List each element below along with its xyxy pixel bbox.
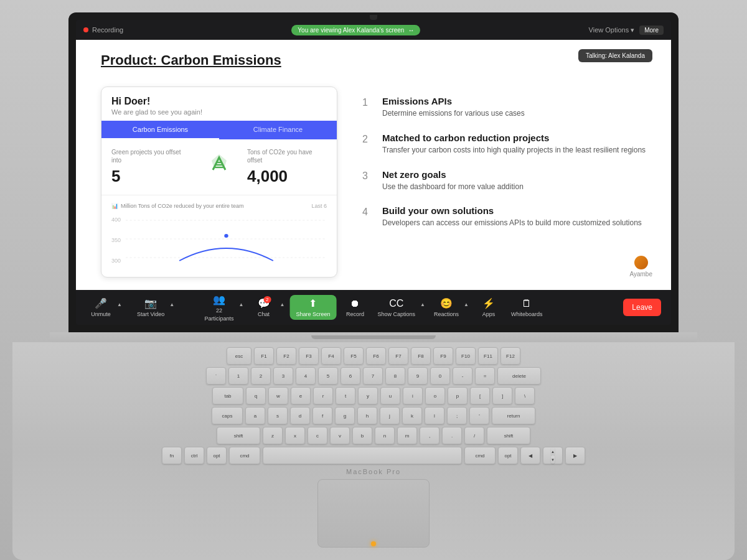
key-shift-left[interactable]: shift [217,427,260,444]
unmute-arrow[interactable]: ▲ [116,302,123,307]
chat-button[interactable]: 💬 2 Chat [249,295,279,320]
feature-item-4: 4 Build your own solutions Developers ca… [362,205,646,228]
key-return[interactable]: return [492,407,535,424]
key-o[interactable]: o [425,387,445,404]
key-n[interactable]: n [375,427,395,444]
key-ctrl[interactable]: ctrl [184,447,204,464]
key-comma[interactable]: , [420,427,439,444]
key-9[interactable]: 9 [408,367,428,385]
key-cmd-left[interactable]: cmd [229,447,260,464]
key-minus[interactable]: - [453,367,472,385]
key-tab[interactable]: tab [212,387,243,404]
key-opt-right[interactable]: opt [498,447,518,464]
key-6[interactable]: 6 [341,367,360,385]
start-video-button[interactable]: 📷 Start Video [133,295,168,320]
key-f7[interactable]: F7 [388,347,408,365]
key-4[interactable]: 4 [296,367,316,385]
key-f1[interactable]: F1 [254,347,274,365]
dash-tab-carbon[interactable]: Carbon Emissions [101,121,219,139]
key-arrow-left[interactable]: ◀ [520,447,540,464]
leave-button[interactable]: Leave [623,299,661,316]
whiteboards-button[interactable]: 🗒 Whiteboards [507,296,547,320]
key-b[interactable]: b [352,427,372,444]
key-w[interactable]: w [268,387,288,404]
key-v[interactable]: v [330,427,350,444]
key-c[interactable]: c [308,427,327,444]
reactions-button[interactable]: 😊 Reactions [430,295,463,320]
key-p[interactable]: p [448,387,467,404]
key-i[interactable]: i [403,387,423,404]
key-l[interactable]: l [425,407,444,424]
key-t[interactable]: t [336,387,355,404]
key-s[interactable]: s [268,407,288,424]
key-backslash[interactable]: \ [515,387,535,404]
key-2[interactable]: 2 [251,367,271,385]
share-screen-button[interactable]: ⬆ Share Screen [289,295,336,320]
key-a[interactable]: a [245,407,265,424]
key-d[interactable]: d [290,407,310,424]
key-backtick[interactable]: ` [206,367,226,385]
participants-arrow[interactable]: ▲ [238,302,245,307]
reactions-arrow[interactable]: ▲ [463,302,470,307]
key-f3[interactable]: F3 [299,347,319,365]
captions-arrow[interactable]: ▲ [419,302,426,307]
key-f12[interactable]: F12 [500,347,520,365]
key-g[interactable]: g [335,407,355,424]
key-period[interactable]: . [442,427,462,444]
key-opt-left[interactable]: opt [207,447,227,464]
key-f5[interactable]: F5 [344,347,364,365]
key-lbracket[interactable]: [ [470,387,490,404]
record-button[interactable]: ⏺ Record [340,296,370,320]
key-x[interactable]: x [285,427,305,444]
key-delete[interactable]: delete [497,367,541,385]
key-3[interactable]: 3 [273,367,293,385]
key-quote[interactable]: ' [469,407,489,424]
chat-arrow[interactable]: ▲ [279,302,286,307]
key-caps[interactable]: caps [212,407,243,424]
key-f6[interactable]: F6 [366,347,386,365]
key-space[interactable] [263,447,462,464]
key-f11[interactable]: F11 [478,347,498,365]
touchpad[interactable] [317,479,430,548]
key-0[interactable]: 0 [430,367,450,385]
key-arrow-up[interactable]: ▲ [551,447,555,455]
key-f10[interactable]: F10 [456,347,476,365]
key-u[interactable]: u [380,387,400,404]
key-fn[interactable]: fn [162,447,182,464]
key-arrow-down[interactable]: ▼ [551,455,555,464]
video-arrow[interactable]: ▲ [168,302,176,307]
key-f[interactable]: f [312,407,332,424]
key-cmd-right[interactable]: cmd [464,447,496,464]
key-f4[interactable]: F4 [321,347,341,365]
show-captions-button[interactable]: CC Show Captions [374,296,419,320]
key-k[interactable]: k [402,407,422,424]
participants-button[interactable]: 👥 22 Participants [201,291,238,324]
key-7[interactable]: 7 [363,367,383,385]
dash-tab-climate[interactable]: Climate Finance [219,121,337,139]
key-5[interactable]: 5 [318,367,338,385]
key-arrow-right[interactable]: ▶ [565,447,585,464]
key-q[interactable]: q [246,387,266,404]
more-button[interactable]: More [639,26,664,35]
key-z[interactable]: z [263,427,283,444]
key-e[interactable]: e [291,387,311,404]
unmute-button[interactable]: 🎤 Unmute [86,295,116,320]
key-r[interactable]: r [313,387,333,404]
key-esc[interactable]: esc [227,347,251,365]
key-semicolon[interactable]: ; [447,407,467,424]
key-f9[interactable]: F9 [433,347,453,365]
key-m[interactable]: m [397,427,417,444]
key-f2[interactable]: F2 [276,347,296,365]
key-1[interactable]: 1 [228,367,248,385]
key-slash[interactable]: / [464,427,484,444]
key-f8[interactable]: F8 [411,347,431,365]
key-shift-right[interactable]: shift [487,427,530,444]
key-j[interactable]: j [380,407,400,424]
key-rbracket[interactable]: ] [492,387,512,404]
key-y[interactable]: y [358,387,378,404]
key-equals[interactable]: = [475,367,495,385]
apps-button[interactable]: ⚡ Apps [474,295,504,320]
key-h[interactable]: h [357,407,377,424]
key-8[interactable]: 8 [385,367,405,385]
view-options[interactable]: View Options ▾ [589,26,635,34]
